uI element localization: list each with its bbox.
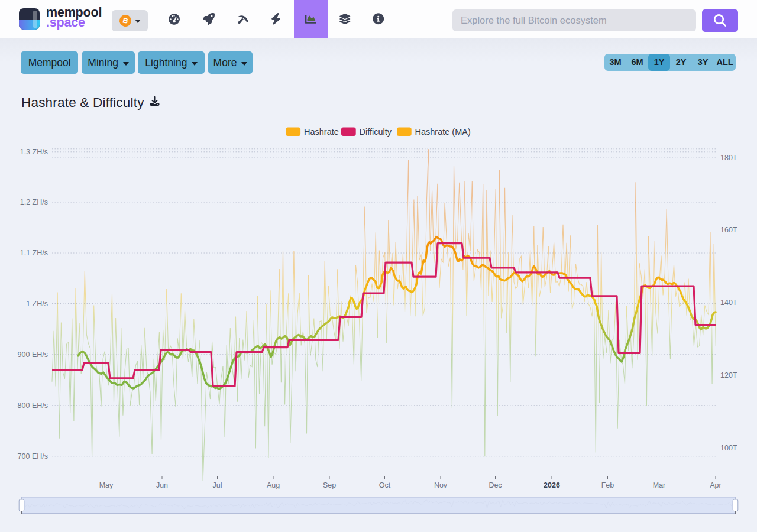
svg-text:2026: 2026 xyxy=(544,481,560,489)
svg-text:Jun: Jun xyxy=(156,481,168,489)
svg-text:Sep: Sep xyxy=(323,481,336,489)
svg-text:1 ZH/s: 1 ZH/s xyxy=(26,300,48,308)
svg-text:Jul: Jul xyxy=(213,481,222,489)
svg-text:1.1 ZH/s: 1.1 ZH/s xyxy=(20,249,48,257)
svg-text:140T: 140T xyxy=(720,299,737,307)
svg-text:Nov: Nov xyxy=(434,481,448,489)
svg-text:May: May xyxy=(99,481,114,489)
svg-text:Apr: Apr xyxy=(710,481,721,489)
svg-text:1.3 ZH/s: 1.3 ZH/s xyxy=(20,148,48,156)
svg-text:Dec: Dec xyxy=(489,481,502,489)
svg-text:180T: 180T xyxy=(720,154,737,162)
svg-text:160T: 160T xyxy=(720,226,737,234)
svg-text:Aug: Aug xyxy=(267,481,280,489)
svg-text:120T: 120T xyxy=(720,371,737,379)
svg-text:800 EH/s: 800 EH/s xyxy=(18,401,48,410)
svg-text:700 EH/s: 700 EH/s xyxy=(18,452,48,460)
svg-text:100T: 100T xyxy=(720,444,737,452)
svg-text:Feb: Feb xyxy=(601,481,614,489)
svg-text:Hashrate (MA): Hashrate (MA) xyxy=(415,127,471,137)
svg-text:Hashrate: Hashrate xyxy=(304,127,339,137)
svg-text:900 EH/s: 900 EH/s xyxy=(18,351,48,359)
svg-text:Difficulty: Difficulty xyxy=(360,127,392,137)
svg-text:Oct: Oct xyxy=(379,481,391,489)
svg-text:1.2 ZH/s: 1.2 ZH/s xyxy=(20,198,48,206)
svg-text:Mar: Mar xyxy=(653,481,666,489)
